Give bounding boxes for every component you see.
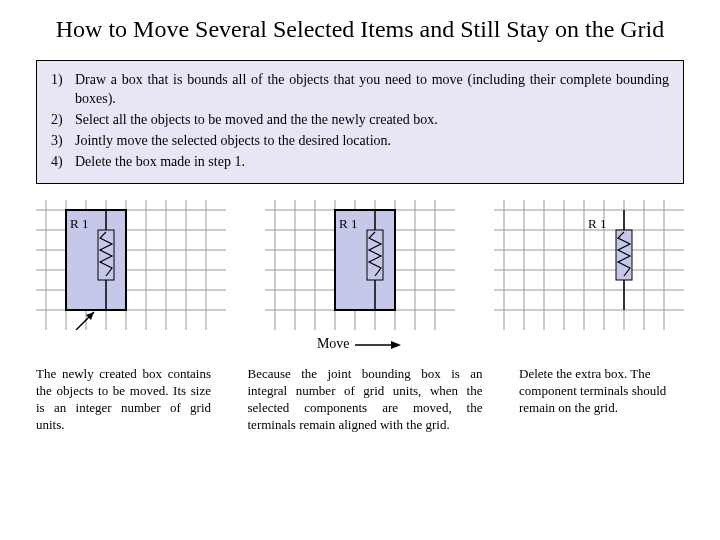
svg-marker-50 xyxy=(391,341,401,349)
label-r1-1: R 1 xyxy=(70,216,88,232)
caption-2: Because the joint bounding box is an int… xyxy=(248,366,483,434)
diagram-2-svg xyxy=(265,200,455,330)
label-r1-3: R 1 xyxy=(588,216,606,232)
move-arrow-icon xyxy=(353,339,403,351)
page-title: How to Move Several Selected Items and S… xyxy=(0,0,720,52)
diagram-2: R 1 xyxy=(265,200,455,330)
step-3: 3)Jointly move the selected objects to t… xyxy=(51,132,669,151)
step-1: 1)Draw a box that is bounds all of the o… xyxy=(51,71,669,109)
step-2: 2)Select all the objects to be moved and… xyxy=(51,111,669,130)
instruction-box: 1)Draw a box that is bounds all of the o… xyxy=(36,60,684,184)
diagram-1-svg xyxy=(36,200,226,330)
step-4: 4)Delete the box made in step 1. xyxy=(51,153,669,172)
caption-1: The newly created box contains the objec… xyxy=(36,366,211,434)
move-indicator: Move xyxy=(0,336,720,352)
caption-3: Delete the extra box. The component term… xyxy=(519,366,684,434)
label-r1-2: R 1 xyxy=(339,216,357,232)
move-label: Move xyxy=(317,336,350,351)
diagram-3: R 1 xyxy=(494,200,684,330)
diagram-1: R 1 xyxy=(36,200,226,330)
diagram-row: R 1 R 1 R 1 xyxy=(36,200,684,330)
caption-row: The newly created box contains the objec… xyxy=(36,366,684,434)
instruction-list: 1)Draw a box that is bounds all of the o… xyxy=(51,71,669,171)
